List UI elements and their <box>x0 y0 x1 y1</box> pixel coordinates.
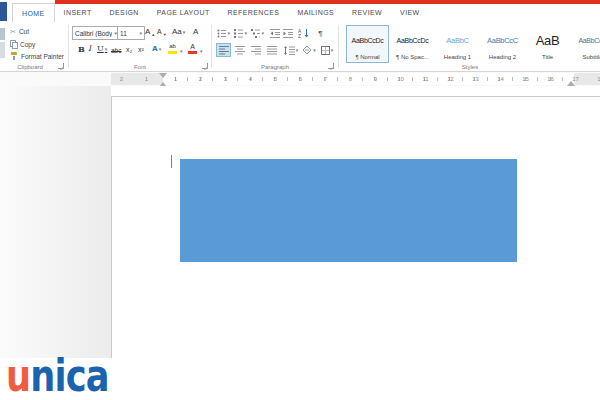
chevron-down-icon: ▾ <box>183 27 186 37</box>
copy-label: Copy <box>20 41 35 48</box>
font-name-combobox[interactable]: Calibri (Body) ▾ <box>72 26 120 40</box>
multilevel-list-icon <box>251 29 260 38</box>
style-name: ¶ No Spac... <box>396 54 429 60</box>
ribbon-tab[interactable]: DESIGN <box>101 3 148 22</box>
ribbon-tab[interactable]: REVIEW <box>343 3 391 22</box>
chevron-down-icon: ▾ <box>227 30 230 36</box>
font-size-combobox[interactable]: 11 ▾ <box>117 26 145 40</box>
horizontal-ruler: 21 123456789101112131415161718 <box>0 72 600 86</box>
ruler-number: 11 <box>413 73 438 85</box>
clipboard-group-label: Clipboard <box>4 64 56 70</box>
bullets-button[interactable]: ▾ <box>216 26 231 40</box>
align-left-icon <box>219 46 229 55</box>
multilevel-list-button[interactable]: ▾ <box>250 26 265 40</box>
style-preview: AaBbCcDc <box>352 26 384 54</box>
ribbon-tab[interactable]: PAGE LAYOUT <box>148 3 219 22</box>
shading-button[interactable]: ▾ <box>300 43 318 57</box>
style-item[interactable]: AaBbCcDc ¶ No Spac... <box>391 25 434 63</box>
text-highlight-button[interactable]: ab <box>168 43 177 54</box>
ruler-number: 4 <box>238 73 263 85</box>
down-arrow-icon: ▼ <box>163 32 167 37</box>
font-dialog-launcher-icon[interactable] <box>202 63 208 69</box>
highlight-label: ab <box>169 43 176 50</box>
justify-button[interactable] <box>264 43 279 57</box>
shrink-font-button[interactable]: A▼ <box>157 27 167 37</box>
text-effects-icon: A <box>152 44 158 54</box>
justify-icon <box>267 46 277 55</box>
style-item[interactable]: AaBbCcC Heading 2 <box>481 25 524 63</box>
borders-button[interactable]: ▾ <box>318 43 336 57</box>
style-item[interactable]: AaBbC Heading 1 <box>436 25 479 63</box>
align-left-button[interactable] <box>216 43 231 57</box>
font-color-label: A <box>190 43 195 50</box>
ribbon-tab-bar: HOMEINSERTDESIGNPAGE LAYOUTREFERENCESMAI… <box>12 3 429 22</box>
subscript-button[interactable]: x₂ <box>126 45 132 55</box>
superscript-button[interactable]: x² <box>138 45 144 55</box>
blue-rectangle-shape[interactable] <box>180 159 517 262</box>
document-background <box>0 86 111 358</box>
underline-label: U <box>97 44 104 54</box>
ruler-margin-numbers: 21 <box>109 73 159 85</box>
copy-icon <box>10 40 17 48</box>
align-center-icon <box>235 46 245 55</box>
font-color-bar <box>188 51 197 54</box>
ruler-number: 3 <box>213 73 238 85</box>
decrease-indent-button[interactable] <box>268 26 281 40</box>
line-spacing-icon <box>284 46 295 55</box>
clear-formatting-label: A <box>193 27 198 37</box>
chevron-down-icon[interactable]: ▾ <box>180 48 183 54</box>
change-case-button[interactable]: Aa▾ <box>172 27 185 37</box>
ruler-number: 7 <box>313 73 338 85</box>
increase-indent-button[interactable] <box>281 26 294 40</box>
italic-button[interactable]: I <box>88 44 91 54</box>
cut-button[interactable]: ✂ Cut <box>10 28 29 35</box>
style-item[interactable]: AaBbCcE Subtitle <box>571 25 600 63</box>
ribbon-tab[interactable]: HOME <box>12 3 55 22</box>
ribbon-tab[interactable]: MAILINGS <box>288 3 343 22</box>
font-color-button[interactable]: A <box>188 43 197 54</box>
paragraph-dialog-launcher-icon[interactable] <box>328 63 334 69</box>
style-item[interactable]: AaB Title <box>526 25 569 63</box>
style-name: Heading 1 <box>444 54 471 60</box>
copy-button[interactable]: Copy <box>10 40 35 48</box>
ruler-number: 10 <box>388 73 413 85</box>
ribbon-tab[interactable]: VIEW <box>391 3 429 22</box>
shading-icon <box>302 46 312 55</box>
numbering-icon <box>234 29 243 38</box>
style-preview: AaBbC <box>446 26 468 54</box>
strikethrough-button[interactable]: abc <box>111 46 121 56</box>
show-hide-paragraph-button[interactable]: ¶ <box>313 26 328 40</box>
italic-label: I <box>88 44 91 54</box>
grow-font-button[interactable]: A▲ <box>145 27 155 37</box>
ribbon-tab[interactable]: INSERT <box>55 3 101 22</box>
chevron-down-icon: ▾ <box>159 44 162 54</box>
file-tab-fragment[interactable] <box>0 2 7 21</box>
align-right-icon <box>251 46 261 55</box>
font-size-value: 11 <box>120 30 127 37</box>
line-spacing-button[interactable]: ▾ <box>282 43 300 57</box>
paste-button-fragment[interactable] <box>0 28 5 58</box>
style-name: Subtitle <box>582 54 600 60</box>
font-group-label: Font <box>100 64 180 70</box>
ruler-number: 5 <box>263 73 288 85</box>
align-center-button[interactable] <box>232 43 247 57</box>
clipboard-dialog-launcher-icon[interactable] <box>58 63 64 69</box>
style-item[interactable]: AaBbCcDc ¶ Normal <box>346 25 389 63</box>
chevron-down-icon[interactable]: ▾ <box>200 48 203 54</box>
format-painter-button[interactable]: Format Painter <box>10 52 64 60</box>
strikethrough-label: abc <box>111 46 121 56</box>
decrease-indent-icon <box>270 29 280 38</box>
text-effects-button[interactable]: A▾ <box>152 44 161 54</box>
right-indent-marker[interactable] <box>567 77 575 86</box>
underline-button[interactable]: U▾ <box>97 44 107 54</box>
grow-font-label: A <box>145 27 150 37</box>
ruler-number: 2 <box>109 73 134 85</box>
align-right-button[interactable] <box>248 43 263 57</box>
bottom-band: unica <box>0 358 600 400</box>
bold-button[interactable]: B <box>78 44 85 54</box>
ribbon-tab[interactable]: REFERENCES <box>219 3 289 22</box>
up-arrow-icon: ▲ <box>151 32 155 37</box>
numbering-button[interactable]: ▾ <box>233 26 248 40</box>
document-area <box>0 86 600 358</box>
sort-button[interactable]: AZ <box>296 26 312 40</box>
